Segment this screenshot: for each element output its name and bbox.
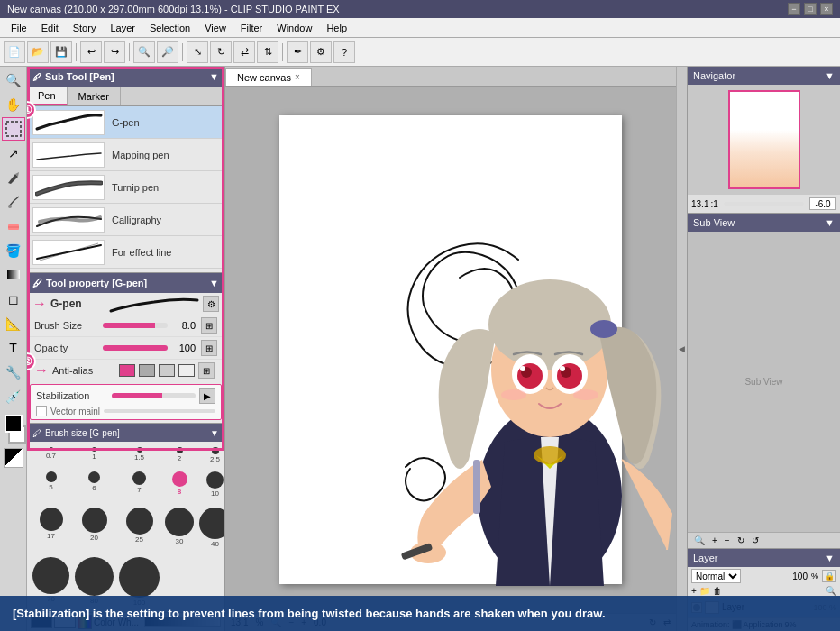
undo-button[interactable]: ↩ [80, 41, 102, 63]
size-6[interactable]: 6 [73, 470, 115, 504]
tool-correction[interactable]: 🔧 [2, 361, 25, 384]
size-10[interactable]: 10 [197, 470, 225, 504]
size-1.5[interactable]: 1.5 [117, 445, 161, 468]
right-tool-2[interactable]: + [709, 535, 720, 546]
size-7[interactable]: 7 [117, 470, 161, 504]
menu-file[interactable]: File [4, 21, 34, 35]
antialias-btn-2[interactable] [159, 364, 175, 377]
tool-move[interactable]: ↗ [2, 142, 25, 165]
brush-item-mapping[interactable]: Mapping pen [27, 139, 224, 171]
transform-button[interactable]: ⤡ [187, 41, 208, 63]
layer-menu-btn[interactable]: ▼ [825, 553, 835, 563]
brush-size-adj-btn[interactable]: ⊞ [201, 317, 217, 334]
canvas-tab-main[interactable]: New canvas × [225, 68, 312, 86]
size-30[interactable]: 30 [163, 506, 196, 553]
menu-filter[interactable]: Filter [233, 21, 269, 35]
size-2[interactable]: 2 [163, 445, 196, 468]
rotate-button[interactable]: ↻ [210, 41, 232, 63]
size-8[interactable]: 8 [163, 470, 196, 504]
navigator-menu-btn[interactable]: ▼ [825, 70, 835, 81]
maximize-button[interactable]: □ [804, 3, 817, 15]
flip-h-button[interactable]: ⇄ [233, 41, 255, 63]
menu-layer[interactable]: Layer [103, 21, 142, 35]
size-17[interactable]: 17 [31, 506, 71, 553]
nav-zoom-input[interactable] [809, 197, 836, 210]
size-40[interactable]: 40 [197, 506, 225, 553]
right-tool-1[interactable]: 🔍 [691, 535, 708, 546]
stab-slider[interactable] [112, 393, 196, 398]
brush-item-gpen[interactable]: G-pen [27, 106, 224, 139]
menu-view[interactable]: View [197, 21, 233, 35]
flip-v-button[interactable]: ⇅ [257, 41, 278, 63]
opacity-slider[interactable] [103, 345, 168, 351]
layer-search-btn[interactable]: 🔍 [826, 586, 836, 596]
brush-item-turnip[interactable]: Turnip pen [27, 171, 224, 204]
tool-ruler[interactable]: 📐 [2, 312, 25, 335]
vector-checkbox[interactable] [36, 406, 47, 416]
settings-button[interactable]: ⚙ [310, 41, 332, 63]
close-button[interactable]: × [820, 3, 833, 15]
new-folder-btn[interactable]: 📁 [699, 586, 710, 596]
canvas-drawing[interactable] [279, 115, 622, 584]
tool-zoom[interactable]: 🔍 [2, 69, 25, 92]
menu-story[interactable]: Story [66, 21, 104, 35]
size-20[interactable]: 20 [73, 506, 115, 553]
antialias-btn-0[interactable] [119, 364, 135, 377]
open-button[interactable]: 📂 [27, 41, 49, 63]
fg-color-swatch[interactable] [5, 415, 23, 433]
size-2.5[interactable]: 2.5 [197, 445, 225, 468]
zoom-out-button[interactable]: 🔎 [157, 41, 178, 63]
tool-color-pick[interactable]: 💉 [2, 385, 25, 408]
size-1[interactable]: 1 [73, 445, 115, 468]
right-tool-4[interactable]: ↻ [735, 535, 747, 546]
brush-item-calligraphy[interactable]: Calligraphy [27, 204, 224, 236]
vector-slider[interactable] [104, 409, 215, 413]
blend-mode-select[interactable]: Normal [691, 569, 741, 583]
brush-size-slider[interactable] [103, 323, 168, 328]
nav-zoom-slider[interactable] [724, 202, 804, 206]
help-button[interactable]: ? [333, 41, 355, 63]
antialias-btn-1[interactable] [139, 364, 155, 377]
tool-selection[interactable] [2, 117, 25, 141]
right-tool-5[interactable]: ↺ [749, 535, 762, 546]
zoom-in-button[interactable]: 🔍 [133, 41, 155, 63]
lock-btn[interactable]: 🔒 [822, 570, 836, 582]
tab-marker[interactable]: Marker [68, 87, 121, 105]
menu-window[interactable]: Window [269, 21, 319, 35]
save-button[interactable]: 💾 [50, 41, 72, 63]
tool-figure[interactable]: ◻ [2, 288, 25, 311]
antialias-btn-3[interactable] [178, 364, 195, 377]
property-menu-button[interactable]: ▼ [209, 278, 219, 288]
tool-fill[interactable]: 🪣 [2, 239, 25, 262]
menu-edit[interactable]: Edit [34, 21, 66, 35]
menu-help[interactable]: Help [319, 21, 354, 35]
right-panel-collapse-btn[interactable]: ◀ [676, 67, 687, 631]
brush-item-effect[interactable]: For effect line [27, 236, 224, 269]
color-reset[interactable] [4, 448, 23, 468]
subview-menu-btn[interactable]: ▼ [825, 217, 835, 228]
right-tool-3[interactable]: − [722, 535, 733, 546]
canvas-viewport[interactable] [225, 87, 676, 613]
new-button[interactable]: 📄 [4, 41, 25, 63]
tool-brush[interactable] [2, 190, 25, 214]
size-0.7[interactable]: 0.7 [31, 445, 71, 468]
size-25[interactable]: 25 [117, 506, 161, 553]
tool-eraser[interactable] [2, 215, 25, 238]
tool-hand[interactable]: ✋ [2, 93, 25, 116]
stab-adj-btn[interactable]: ▶ [199, 388, 215, 404]
subtool-menu-button[interactable]: ▼ [209, 71, 219, 82]
size-5[interactable]: 5 [31, 470, 71, 504]
antialias-adj-btn[interactable]: ⊞ [198, 362, 215, 379]
tool-text[interactable]: T [2, 336, 25, 360]
tool-gradient[interactable] [2, 263, 25, 287]
pen-pressure-button[interactable]: ✒ [287, 41, 308, 63]
new-layer-btn[interactable]: + [691, 586, 697, 596]
brush-size-menu-btn[interactable]: ▼ [210, 428, 219, 438]
property-settings-btn[interactable]: ⚙ [203, 296, 219, 312]
tool-pen[interactable] [2, 166, 25, 189]
opacity-adj-btn[interactable]: ⊞ [201, 340, 217, 356]
canvas-tab-close[interactable]: × [295, 72, 300, 82]
redo-button[interactable]: ↪ [104, 41, 125, 63]
delete-layer-btn[interactable]: 🗑 [713, 586, 722, 596]
minimize-button[interactable]: − [788, 3, 800, 15]
